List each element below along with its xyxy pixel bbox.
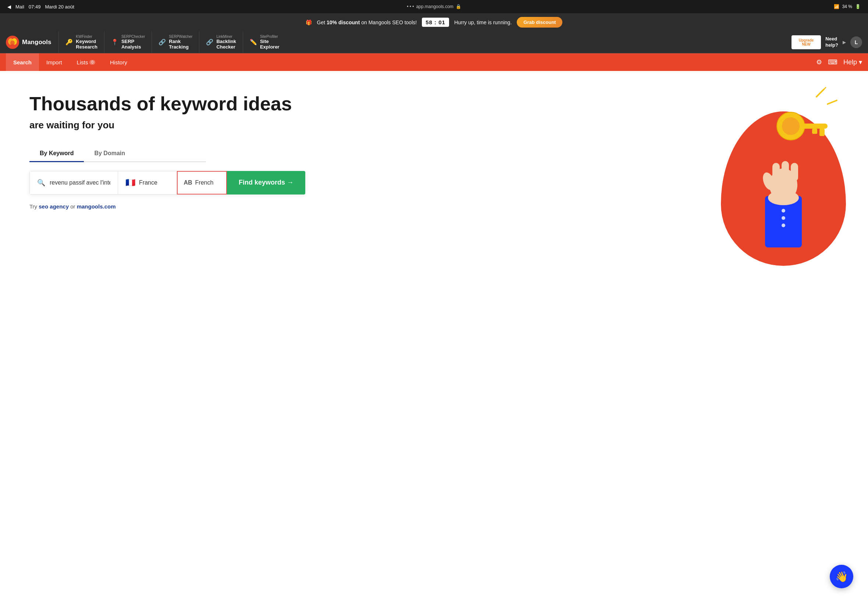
svg-rect-11 (812, 129, 817, 134)
svg-rect-10 (820, 129, 825, 136)
svg-rect-9 (802, 124, 828, 129)
serpchecker-text: SERPChecker SERPAnalysis (121, 34, 145, 49)
status-bar-center: • • • app.mangools.com 🔒 (407, 4, 461, 9)
sub-nav-search[interactable]: Search (6, 53, 39, 71)
keyword-input[interactable] (50, 179, 110, 186)
language-icon: AB (184, 179, 192, 186)
hero-section: Thousands of keyword ideas are waiting f… (29, 93, 305, 210)
nav-tool-linkminer[interactable]: 🔗 LinkMiner BacklinkChecker (199, 31, 242, 53)
mangools-logo[interactable]: Mangools (6, 36, 51, 49)
siteprofiler-category: SiteProfiler (260, 34, 280, 39)
language-selector[interactable]: AB French (177, 171, 227, 195)
nav-bar: Mangools 🔑 KWFinder KeywordResearch 📍 SE… (0, 31, 868, 53)
nav-tool-serpwatcher[interactable]: 🔗 SERPWatcher RankTracking (152, 31, 199, 53)
timer-display: 58 : 01 (422, 18, 449, 27)
svg-point-3 (10, 40, 15, 46)
upgrade-new: NEW (799, 42, 814, 46)
nav-tool-kwfinder[interactable]: 🔑 KWFinder KeywordResearch (59, 31, 104, 53)
kwfinder-name: KeywordResearch (76, 39, 97, 49)
serpchecker-name: SERPAnalysis (121, 39, 145, 49)
status-time: 07:49 (29, 4, 41, 9)
logo-text: Mangools (22, 39, 51, 46)
nav-right: Upgrade NEW Needhelp? ▶ L (792, 35, 862, 49)
hero-subtitle: are waiting for you (29, 119, 305, 131)
try-text: Try (29, 203, 39, 210)
search-form: 🔍 🇫🇷 France AB French Find keywords → (29, 171, 305, 195)
sub-nav-history[interactable]: History (103, 53, 135, 71)
nav-tool-siteprofiler[interactable]: ✏️ SiteProfiler SiteExplorer (243, 31, 286, 53)
keyboard-icon[interactable]: ⌨ (828, 58, 837, 66)
chat-icon: 👋 (835, 571, 848, 583)
svg-point-13 (781, 209, 785, 212)
status-bar: ◀ Mail 07:49 Mardi 20 août • • • app.man… (0, 0, 868, 13)
mail-label[interactable]: Mail (15, 4, 24, 9)
linkminer-text: LinkMiner BacklinkChecker (216, 34, 236, 49)
siteprofiler-text: SiteProfiler SiteExplorer (260, 34, 280, 49)
try-links: Try seo agency or mangools.com (29, 203, 305, 210)
svg-point-14 (781, 216, 785, 220)
nav-tool-serpchecker[interactable]: 📍 SERPChecker SERPAnalysis (104, 31, 152, 53)
serpwatcher-icon: 🔗 (158, 39, 166, 46)
siteprofiler-icon: ✏️ (250, 39, 257, 46)
upgrade-label: Upgrade (799, 38, 814, 42)
upgrade-button[interactable]: Upgrade NEW (792, 35, 821, 49)
key-illustration (758, 86, 839, 167)
france-flag: 🇫🇷 (125, 178, 135, 187)
wifi-icon: 📶 (834, 4, 839, 9)
lists-badge: 0 (90, 60, 95, 65)
url-dots: • • • (407, 4, 414, 9)
battery-icon: 🔋 (855, 4, 861, 9)
help-dropdown[interactable]: Help ▾ (843, 58, 862, 66)
mangools-link[interactable]: mangools.com (77, 203, 116, 210)
kwfinder-category: KWFinder (76, 34, 97, 39)
sparkle-svg (758, 86, 839, 167)
back-arrow[interactable]: ◀ (7, 4, 11, 9)
country-label: France (139, 179, 158, 186)
gift-icon: 🎁 (306, 20, 312, 25)
discount-amount: 10% discount (326, 20, 360, 25)
discount-banner: 🎁 Get 10% discount on Mangools SEO tools… (0, 13, 868, 31)
svg-line-6 (820, 88, 826, 93)
user-avatar[interactable]: L (850, 36, 862, 48)
sub-nav-right: ⚙ ⌨ Help ▾ (816, 58, 862, 66)
serpwatcher-text: SERPWatcher RankTracking (169, 34, 192, 49)
svg-line-5 (828, 100, 837, 104)
kwfinder-icon: 🔑 (65, 39, 73, 46)
try-or: or (70, 203, 77, 210)
settings-icon[interactable]: ⚙ (816, 58, 822, 66)
siteprofiler-name: SiteExplorer (260, 39, 280, 49)
url-display[interactable]: app.mangools.com (416, 4, 453, 9)
nav-arrow-icon[interactable]: ▶ (843, 40, 846, 45)
hurry-text: Hurry up, time is running. (454, 20, 512, 25)
nav-tools: 🔑 KWFinder KeywordResearch 📍 SERPChecker… (59, 31, 791, 53)
discount-text2: on Mangools SEO tools! (360, 20, 417, 25)
serpwatcher-category: SERPWatcher (169, 34, 192, 39)
sub-nav-import[interactable]: Import (39, 53, 70, 71)
seo-agency-link[interactable]: seo agency (39, 203, 69, 210)
svg-point-8 (782, 117, 800, 135)
lock-icon: 🔒 (456, 4, 461, 9)
language-label: French (195, 179, 214, 186)
serpwatcher-name: RankTracking (169, 39, 192, 49)
sub-nav-lists[interactable]: Lists 0 (70, 53, 103, 71)
discount-text: Get 10% discount on Mangools SEO tools! (317, 20, 417, 25)
battery-label: 34 % (842, 4, 852, 9)
serpchecker-icon: 📍 (111, 39, 118, 46)
sub-nav: Search Import Lists 0 History ⚙ ⌨ Help ▾ (0, 53, 868, 71)
search-icon: 🔍 (37, 179, 45, 187)
country-selector[interactable]: 🇫🇷 France (118, 171, 177, 195)
status-bar-left: ◀ Mail 07:49 Mardi 20 août (7, 4, 74, 9)
hero-title: Thousands of keyword ideas (29, 93, 305, 115)
tab-by-keyword[interactable]: By Keyword (29, 145, 84, 162)
chat-button[interactable]: 👋 (830, 565, 853, 588)
need-help-text: Needhelp? (825, 36, 838, 48)
linkminer-name: BacklinkChecker (216, 39, 236, 49)
status-date: Mardi 20 août (45, 4, 74, 9)
grab-discount-button[interactable]: Grab discount (517, 17, 562, 28)
find-keywords-button[interactable]: Find keywords → (227, 171, 305, 195)
keyword-input-wrapper: 🔍 (29, 171, 118, 195)
tab-by-domain[interactable]: By Domain (84, 145, 135, 162)
kwfinder-text: KWFinder KeywordResearch (76, 34, 97, 49)
hero-illustration (706, 82, 846, 266)
search-tabs: By Keyword By Domain (29, 145, 206, 162)
